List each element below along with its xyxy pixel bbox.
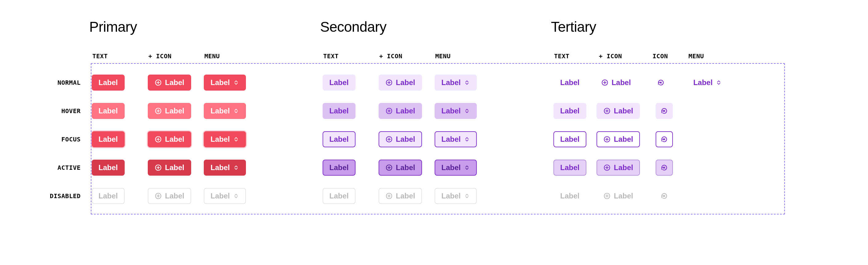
refresh-cancel-icon <box>660 164 668 171</box>
tertiary-menu-button-normal[interactable]: Label <box>686 75 728 91</box>
button-label: Label <box>560 164 580 171</box>
secondary-text-button-focus[interactable]: Label <box>322 131 355 147</box>
col-head-text: TEXT <box>551 48 590 68</box>
button-label: Label <box>396 136 415 143</box>
plus-circle-icon <box>603 136 611 143</box>
primary-icon-button-active[interactable]: Label <box>148 159 191 176</box>
button-label: Label <box>614 136 633 143</box>
refresh-cancel-icon <box>660 192 668 200</box>
button-label: Label <box>396 79 415 86</box>
primary-text-button-disabled: Label <box>92 188 125 204</box>
primary-icon-button-hover[interactable]: Label <box>148 103 191 119</box>
primary-text-button-hover[interactable]: Label <box>92 103 125 119</box>
tertiary-text-button-active[interactable]: Label <box>553 159 586 176</box>
section-title-tertiary: Tertiary <box>551 19 782 48</box>
chevrons-up-down-icon <box>464 136 470 142</box>
tertiary-icononly-button-focus[interactable] <box>656 131 673 147</box>
section-title-secondary: Secondary <box>320 19 551 48</box>
state-row-disabled: DISABLED <box>31 182 89 210</box>
plus-circle-icon <box>155 107 162 115</box>
primary-menu-button-normal[interactable]: Label <box>204 75 246 91</box>
button-label: Label <box>98 79 118 86</box>
col-head-icononly: ICON <box>641 48 680 68</box>
button-label: Label <box>441 192 461 200</box>
col-head-text: TEXT <box>89 48 140 68</box>
button-label: Label <box>211 79 230 86</box>
primary-icon-button-focus[interactable]: Label <box>148 131 191 147</box>
button-label: Label <box>614 107 633 115</box>
state-row-focus: FOCUS <box>31 125 89 153</box>
secondary-icon-button-normal[interactable]: Label <box>379 75 422 91</box>
button-label: Label <box>560 107 580 115</box>
tertiary-icononly-button-normal[interactable] <box>652 75 670 91</box>
primary-text-button-active[interactable]: Label <box>92 159 125 176</box>
button-label: Label <box>441 79 461 86</box>
button-label: Label <box>441 164 461 171</box>
tertiary-icon-button-active[interactable]: Label <box>596 159 640 176</box>
chevrons-up-down-icon <box>716 80 722 86</box>
button-label: Label <box>329 164 349 171</box>
primary-menu-button-active[interactable]: Label <box>204 159 246 176</box>
button-label: Label <box>560 192 580 200</box>
secondary-menu-button-focus[interactable]: Label <box>435 131 477 147</box>
secondary-menu-button-active[interactable]: Label <box>435 159 477 176</box>
secondary-icon-button-active[interactable]: Label <box>379 159 422 176</box>
tertiary-icononly-button-active[interactable] <box>656 159 673 176</box>
button-label: Label <box>560 136 580 143</box>
secondary-icon-button-focus[interactable]: Label <box>379 131 422 147</box>
button-label: Label <box>614 192 633 200</box>
button-label: Label <box>396 192 415 200</box>
button-label: Label <box>165 136 184 143</box>
button-label: Label <box>612 79 631 86</box>
secondary-icon-button-hover[interactable]: Label <box>379 103 422 119</box>
tertiary-icononly-button-disabled <box>656 188 673 204</box>
button-label: Label <box>329 136 349 143</box>
secondary-text-button-normal[interactable]: Label <box>322 75 355 91</box>
primary-text-button-normal[interactable]: Label <box>92 75 125 91</box>
tertiary-icon-button-normal[interactable]: Label <box>594 75 638 91</box>
refresh-cancel-icon <box>657 79 664 86</box>
plus-circle-icon <box>385 79 393 86</box>
tertiary-text-button-focus[interactable]: Label <box>553 131 586 147</box>
tertiary-icon-button-focus[interactable]: Label <box>596 131 640 147</box>
state-row-active: ACTIVE <box>31 153 89 182</box>
primary-menu-button-hover[interactable]: Label <box>204 103 246 119</box>
button-label: Label <box>441 107 461 115</box>
button-label: Label <box>396 107 415 115</box>
secondary-menu-button-hover[interactable]: Label <box>435 103 477 119</box>
primary-text-button-focus[interactable]: Label <box>92 131 125 147</box>
secondary-menu-button-normal[interactable]: Label <box>435 75 477 91</box>
plus-circle-icon <box>601 79 609 86</box>
button-label: Label <box>165 107 184 115</box>
col-head-menu: MENU <box>685 48 725 68</box>
primary-menu-button-focus[interactable]: Label <box>204 131 246 147</box>
col-head-icon: + ICON <box>145 48 196 68</box>
button-label: Label <box>98 136 118 143</box>
tertiary-text-button-normal[interactable]: Label <box>553 75 586 91</box>
tertiary-icononly-button-hover[interactable] <box>656 103 673 119</box>
secondary-icon-button-disabled: Label <box>379 188 422 204</box>
tertiary-icon-button-disabled: Label <box>596 188 640 204</box>
chevrons-up-down-icon <box>464 80 470 86</box>
button-label: Label <box>165 164 184 171</box>
button-label: Label <box>98 164 118 171</box>
secondary-text-button-hover[interactable]: Label <box>322 103 355 119</box>
chevrons-up-down-icon <box>464 108 470 114</box>
chevrons-up-down-icon <box>464 165 470 171</box>
plus-circle-icon <box>385 164 393 171</box>
col-head-icon: + ICON <box>376 48 427 68</box>
col-head-text: TEXT <box>320 48 371 68</box>
plus-circle-icon <box>603 164 611 171</box>
button-label: Label <box>211 107 230 115</box>
chevrons-up-down-icon <box>233 193 239 199</box>
refresh-cancel-icon <box>660 107 668 115</box>
button-label: Label <box>165 192 184 200</box>
refresh-cancel-icon <box>660 136 668 143</box>
secondary-text-button-active[interactable]: Label <box>322 159 355 176</box>
tertiary-icon-button-hover[interactable]: Label <box>596 103 640 119</box>
tertiary-text-button-hover[interactable]: Label <box>553 103 586 119</box>
primary-icon-button-normal[interactable]: Label <box>148 75 191 91</box>
plus-circle-icon <box>385 136 393 143</box>
plus-circle-icon <box>385 107 393 115</box>
section-title-primary: Primary <box>89 19 320 48</box>
